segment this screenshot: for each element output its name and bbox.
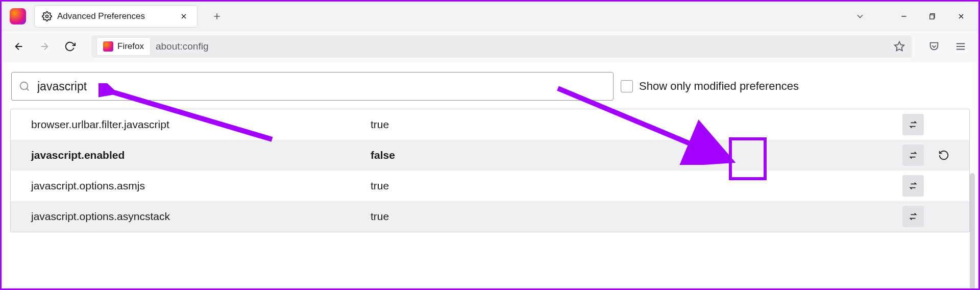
minimize-button[interactable] [890,6,918,27]
preference-value: true [371,118,898,131]
firefox-window: Advanced Preferences [0,0,980,290]
svg-point-0 [46,15,48,18]
close-window-button[interactable] [947,6,975,27]
window-controls [890,2,975,31]
preference-row: javascript.options.asmjstrue [11,171,969,201]
forward-button[interactable] [34,36,55,57]
bookmark-star-button[interactable] [892,39,907,54]
pocket-button[interactable] [923,36,945,57]
identity-label: Firefox [117,41,144,52]
preference-value: true [371,180,898,192]
new-tab-button[interactable] [207,6,227,27]
show-modified-label: Show only modified preferences [639,80,799,93]
about-config-content: Show only modified preferences browser.u… [3,63,977,287]
reset-button[interactable] [933,144,954,166]
show-modified-checkbox[interactable] [621,80,633,92]
search-icon [19,81,30,92]
svg-point-4 [20,82,28,90]
preference-search-box[interactable] [11,72,614,101]
preference-value: true [371,210,898,223]
back-button[interactable] [9,36,29,57]
toggle-button[interactable] [902,175,924,197]
preference-name: javascript.options.asmjs [31,180,371,192]
tab-title: Advanced Preferences [57,11,145,21]
preference-name: javascript.enabled [31,149,371,161]
svg-rect-2 [930,15,934,19]
preferences-table: browser.urlbar.filter.javascripttruejava… [10,109,970,232]
reload-button[interactable] [60,36,80,57]
url-bar[interactable]: Firefox about:config [91,35,912,58]
preference-row: javascript.enabledfalse [11,140,969,171]
toggle-button[interactable] [902,144,924,166]
preference-name: javascript.options.asyncstack [31,210,371,223]
navigation-toolbar: Firefox about:config [2,31,978,62]
show-modified-toggle[interactable]: Show only modified preferences [621,80,799,93]
annotation-highlight-box [729,137,767,180]
preference-row: javascript.options.asyncstacktrue [11,201,969,232]
svg-marker-3 [895,42,904,51]
toggle-button[interactable] [902,114,924,135]
vertical-scrollbar[interactable] [970,173,975,290]
preference-name: browser.urlbar.filter.javascript [31,118,371,131]
preference-search-input[interactable] [36,79,606,94]
browser-tab[interactable]: Advanced Preferences [34,5,198,28]
tab-strip: Advanced Preferences [2,2,978,31]
search-row: Show only modified preferences [3,63,977,106]
toggle-button[interactable] [902,206,924,227]
hamburger-menu-button[interactable] [950,36,971,57]
close-tab-button[interactable] [178,10,190,22]
maximize-button[interactable] [918,6,947,27]
firefox-logo-icon [10,8,26,25]
url-text: about:config [156,41,209,52]
gear-icon [42,11,52,21]
preference-value: false [371,149,898,161]
identity-box[interactable]: Firefox [96,37,151,56]
preference-row: browser.urlbar.filter.javascripttrue [11,109,969,140]
all-tabs-button[interactable] [849,6,871,27]
firefox-small-icon [103,41,113,52]
